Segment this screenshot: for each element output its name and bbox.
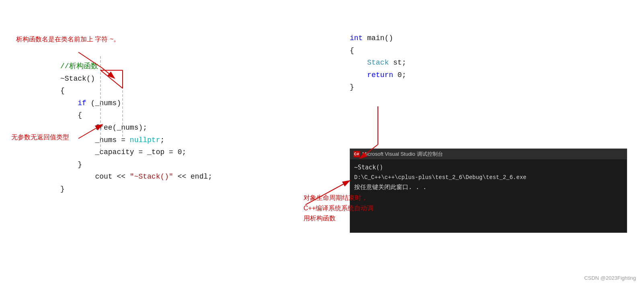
code-line-nullptr: _nums = nullptr; <box>60 134 212 147</box>
code-right-line1: int main() <box>350 32 406 45</box>
console-line-1: ~Stack() <box>354 163 623 173</box>
code-line-zero: _capacity = _top = 0; <box>60 146 212 159</box>
code-right-line2: { <box>350 45 406 57</box>
console-icon: C# <box>353 151 360 157</box>
code-line-brace3: } <box>60 159 212 171</box>
code-line-brace-open: { <box>60 85 212 97</box>
annotation-no-param: 无参数无返回值类型 <box>11 132 69 142</box>
watermark: CSDN @2023Fighting <box>584 275 636 281</box>
annotation-top-left: 析构函数名是在类名前加上 字符 ~。 <box>16 34 120 45</box>
code-right-line4: return 0; <box>350 69 406 81</box>
code-line-cout: cout << "~Stack()" << endl; <box>60 171 212 183</box>
code-right-line5: } <box>350 81 406 94</box>
console-body: ~Stack() D:\C_C++\c++\cplus-plus\test_2_… <box>350 159 627 196</box>
code-line-comment: //析构函数 <box>60 60 212 73</box>
code-line-brace-close: } <box>60 183 212 195</box>
page-container: //析构函数 ~Stack() { if (_nums) { free(_num… <box>0 0 644 287</box>
code-line-free: free(_nums); <box>60 122 212 134</box>
code-right-line3: Stack st; <box>350 57 406 69</box>
annotation-lifecycle: 对象生命周期结束时，C++编译系统系统自动调用析构函数 <box>304 193 373 224</box>
code-line-destructor: ~Stack() <box>60 73 212 85</box>
console-titlebar: C# Microsoft Visual Studio 调试控制台 <box>350 149 627 159</box>
console-window: C# Microsoft Visual Studio 调试控制台 ~Stack(… <box>350 149 627 233</box>
console-line-3: 按任意键关闭此窗口. . . <box>354 182 623 193</box>
console-title-text: Microsoft Visual Studio 调试控制台 <box>362 151 443 158</box>
code-left: //析构函数 ~Stack() { if (_nums) { free(_num… <box>60 60 212 195</box>
code-line-if: if (_nums) <box>60 97 212 110</box>
code-right: int main() { Stack st; return 0; } <box>350 32 406 94</box>
code-line-brace2: { <box>60 109 212 122</box>
console-line-2: D:\C_C++\c++\cplus-plus\test_2_6\Debug\t… <box>354 173 623 183</box>
